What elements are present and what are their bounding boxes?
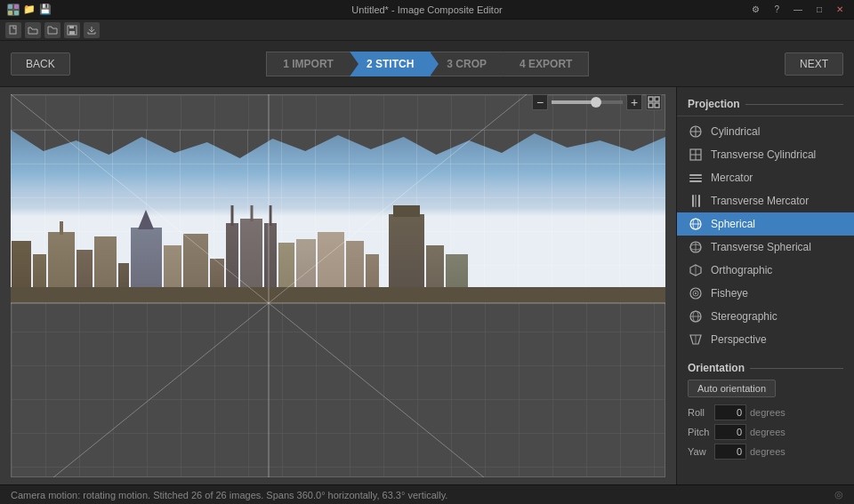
projection-transverse-spherical[interactable]: Transverse Spherical	[677, 236, 854, 259]
right-panel: Projection Cylindrical Transverse Cylind…	[676, 87, 854, 484]
titlebar-icons: 📁 💾	[7, 4, 52, 16]
help-icon[interactable]: ?	[770, 4, 783, 14]
new-file-button[interactable]	[5, 22, 21, 38]
projection-orthographic[interactable]: Orthographic	[677, 259, 854, 282]
step-crop[interactable]: 3 CROP	[430, 52, 504, 76]
svg-rect-6	[69, 31, 75, 35]
projection-stereographic[interactable]: Stereographic	[677, 305, 854, 328]
export-button[interactable]	[84, 22, 100, 38]
mercator-icon	[688, 170, 704, 186]
svg-rect-12	[655, 103, 659, 108]
step-2-name: STITCH	[375, 58, 414, 70]
projection-transverse-cylindrical[interactable]: Transverse Cylindrical	[677, 143, 854, 166]
zoom-fit-button[interactable]	[646, 94, 662, 110]
zoom-controls: − +	[532, 94, 662, 110]
orthographic-icon	[688, 262, 704, 278]
projection-title: Projection	[677, 94, 854, 116]
spherical-icon	[688, 216, 704, 232]
zoom-slider[interactable]	[552, 100, 623, 104]
step-navigation: BACK 1 IMPORT 2 STITCH 3 CROP 4 EXPORT N…	[0, 41, 854, 87]
street	[11, 287, 665, 303]
projection-perspective[interactable]: Perspective	[677, 328, 854, 351]
orthographic-label: Orthographic	[711, 264, 772, 276]
settings-icon[interactable]: ⚙	[748, 4, 763, 14]
stereographic-label: Stereographic	[711, 310, 777, 323]
titlebar: 📁 💾 Untitled* - Image Composite Editor ⚙…	[0, 0, 854, 20]
projection-spherical[interactable]: Spherical	[677, 212, 854, 236]
projection-cylindrical[interactable]: Cylindrical	[677, 120, 854, 143]
step-3-name: CROP	[455, 58, 487, 70]
transverse-mercator-icon	[688, 193, 704, 209]
step-stitch[interactable]: 2 STITCH	[350, 52, 431, 76]
panorama-image	[11, 130, 665, 303]
transverse-cylindrical-label: Transverse Cylindrical	[711, 148, 816, 161]
stereographic-icon	[688, 308, 704, 324]
svg-rect-7	[69, 26, 74, 28]
roll-label: Roll	[688, 407, 714, 418]
svg-rect-29	[696, 195, 697, 207]
svg-rect-3	[14, 11, 19, 15]
projection-fisheye[interactable]: Fisheye	[677, 282, 854, 305]
status-bar: Camera motion: rotating motion. Stitched…	[0, 484, 854, 504]
orientation-section: Orientation Auto orientation Roll degree…	[677, 358, 854, 460]
zoom-out-button[interactable]: −	[532, 94, 548, 110]
svg-rect-0	[8, 4, 12, 9]
step-4-label: 4	[520, 58, 526, 70]
pitch-unit: degrees	[750, 427, 786, 437]
svg-rect-28	[692, 195, 694, 207]
pitch-label: Pitch	[688, 427, 714, 437]
status-message: Camera motion: rotating motion. Stitched…	[11, 490, 447, 500]
zoom-in-button[interactable]: +	[626, 94, 642, 110]
roll-input[interactable]	[714, 404, 746, 420]
maximize-button[interactable]: □	[813, 4, 826, 14]
step-1-name: IMPORT	[292, 58, 334, 70]
mercator-label: Mercator	[711, 172, 753, 184]
projection-transverse-mercator[interactable]: Transverse Mercator	[677, 189, 854, 212]
canvas-area: − +	[0, 87, 676, 484]
close-button[interactable]: ✕	[833, 4, 847, 14]
folder-icon: 📁	[23, 4, 36, 16]
svg-rect-2	[8, 11, 12, 15]
pitch-row: Pitch degrees	[688, 424, 843, 440]
grid-canvas[interactable]	[11, 94, 665, 477]
status-icon: ◎	[834, 489, 843, 500]
pitch-input[interactable]	[714, 424, 746, 440]
yaw-input[interactable]	[714, 444, 746, 460]
transverse-mercator-label: Transverse Mercator	[711, 195, 809, 207]
transverse-cylindrical-icon	[688, 147, 704, 163]
svg-rect-11	[649, 103, 653, 108]
fisheye-label: Fisheye	[711, 287, 748, 300]
window-controls[interactable]: ⚙ ? — □ ✕	[748, 4, 847, 14]
save-icon: 💾	[39, 4, 52, 16]
step-import[interactable]: 1 IMPORT	[266, 52, 350, 76]
svg-rect-25	[689, 174, 702, 176]
yaw-row: Yaw degrees	[688, 444, 843, 460]
step-1-label: 1	[283, 58, 289, 70]
next-button[interactable]: NEXT	[785, 52, 843, 76]
projection-mercator[interactable]: Mercator	[677, 166, 854, 189]
svg-rect-30	[698, 195, 700, 207]
main-toolbar	[0, 20, 854, 41]
auto-orientation-button[interactable]: Auto orientation	[688, 380, 776, 397]
step-4-name: EXPORT	[528, 58, 572, 70]
svg-point-40	[695, 292, 697, 294]
save-button[interactable]	[64, 22, 80, 38]
transverse-spherical-label: Transverse Spherical	[711, 241, 811, 253]
cylindrical-label: Cylindrical	[711, 125, 760, 138]
open-folder-button[interactable]	[44, 22, 60, 38]
roll-row: Roll degrees	[688, 404, 843, 420]
perspective-label: Perspective	[711, 333, 767, 346]
svg-rect-1	[14, 4, 19, 9]
open-file-button[interactable]	[25, 22, 41, 38]
step-3-label: 3	[447, 58, 453, 70]
svg-rect-27	[689, 180, 702, 182]
minimize-button[interactable]: —	[790, 4, 806, 14]
step-export[interactable]: 4 EXPORT	[503, 52, 589, 76]
svg-rect-10	[655, 97, 659, 101]
svg-rect-26	[689, 178, 702, 179]
transverse-spherical-icon	[688, 239, 704, 255]
orientation-title: Orientation	[688, 358, 843, 380]
spherical-label: Spherical	[711, 218, 755, 230]
cylindrical-icon	[688, 124, 704, 140]
back-button[interactable]: BACK	[11, 52, 70, 76]
